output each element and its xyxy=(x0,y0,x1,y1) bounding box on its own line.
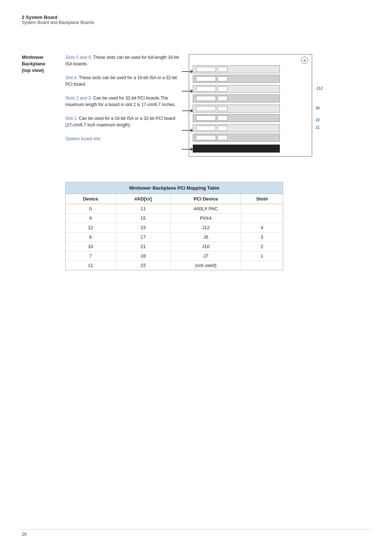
table-cell-device: 10 xyxy=(66,242,115,251)
slots-5-6-group xyxy=(193,65,308,83)
table-cell-device: 11 xyxy=(66,261,115,270)
slot-3: J6 xyxy=(193,105,308,113)
label-j1: J1 xyxy=(315,125,320,130)
slot-1a: J1 xyxy=(193,124,308,132)
desc-slot-1: Slot 1. Can be used for a 16-bit ISA or … xyxy=(65,115,181,128)
screw-icon: ⊕ xyxy=(301,57,308,64)
table-header-row: Device #AD[XX] PCI Device Slot# xyxy=(66,194,283,204)
table-cell-pci_device: 440LX PAC xyxy=(171,204,241,214)
arrow-system-board xyxy=(182,147,193,151)
arrow-slot-4 xyxy=(182,89,193,93)
table-section: Minitower Backplane PCI Mapping Table De… xyxy=(65,171,370,270)
slots-2-3-group: J6 J2 xyxy=(193,105,308,122)
link-system-board-slot: System board slot. xyxy=(65,136,101,141)
pci-mapping-table-container: Minitower Backplane PCI Mapping Table De… xyxy=(65,182,283,270)
system-board-slot xyxy=(193,145,280,153)
table-cell-device: 12 xyxy=(66,223,115,232)
desc-slots-2-3: Slots 2 and 3. Can be used for 32-bit PC… xyxy=(65,95,181,108)
section-row: Minitower Backplane (top view) Slots 5 a… xyxy=(22,54,370,157)
table-cell-pci_device: (not used) xyxy=(171,261,241,270)
table-cell-ad: 15 xyxy=(115,214,171,223)
pci-table: Device #AD[XX] PCI Device Slot# 011440LX… xyxy=(66,194,283,270)
link-slot-1: Slot 1. xyxy=(65,116,78,121)
table-row: 011440LX PAC xyxy=(66,204,283,214)
table-cell-device: 7 xyxy=(66,251,115,261)
desc-slots-5-6: Slots 5 and 6. These slots can be used f… xyxy=(65,54,181,67)
table-cell-ad: 18 xyxy=(115,251,171,261)
table-cell-ad: 11 xyxy=(115,204,171,214)
arrow-slot-1 xyxy=(182,129,193,132)
table-cell-slot: 1 xyxy=(241,251,283,261)
slot-4b xyxy=(193,94,308,102)
table-cell-pci_device: J10 xyxy=(171,242,241,251)
table-row: 415PIIX4 xyxy=(66,214,283,223)
table-title: Minitower Backplane PCI Mapping Table xyxy=(66,182,283,194)
slot-5 xyxy=(193,65,308,73)
table-row: 617J63 xyxy=(66,232,283,242)
backplane-diagram: ⊕ xyxy=(189,54,312,157)
link-slots-2-3: Slots 2 and 3. xyxy=(65,96,92,101)
page-number: 28 xyxy=(22,532,26,537)
slot-4-group: J12 xyxy=(193,85,308,102)
chapter-title: 2 System Board xyxy=(22,15,370,20)
table-cell-ad: 21 xyxy=(115,242,171,251)
desc-system-board-slot: System board slot. xyxy=(65,135,181,142)
label-j6: J6 xyxy=(315,106,320,110)
col-device: Device xyxy=(66,194,115,204)
table-cell-slot: 3 xyxy=(241,232,283,242)
label-j12: J12 xyxy=(316,86,323,90)
page-footer: 28 xyxy=(22,529,370,537)
chapter-subtitle: System Board and Backplane Boards xyxy=(22,20,370,25)
diagram-column: ⊕ xyxy=(189,54,370,157)
table-row: 1021J102 xyxy=(66,242,283,251)
table-cell-pci_device: J6 xyxy=(171,232,241,242)
table-cell-pci_device: J7 xyxy=(171,251,241,261)
slot-2: J2 xyxy=(193,114,308,122)
table-cell-slot xyxy=(241,214,283,223)
link-slot-4: Slot 4. xyxy=(65,75,78,80)
table-cell-slot: 2 xyxy=(241,242,283,251)
table-row: 1122(not used) xyxy=(66,261,283,270)
link-slots-5-6: Slots 5 and 6. xyxy=(65,55,92,60)
table-cell-device: 6 xyxy=(66,232,115,242)
table-cell-ad: 23 xyxy=(115,223,171,232)
slot-6-row xyxy=(193,75,308,83)
main-content: Minitower Backplane (top view) Slots 5 a… xyxy=(22,54,370,270)
table-cell-ad: 17 xyxy=(115,232,171,242)
col-ad: #AD[XX] xyxy=(115,194,171,204)
arrow-slots-5-6 xyxy=(182,70,193,73)
desc-slot-4: Slot 4. These slots can be used for a 16… xyxy=(65,74,181,88)
label-j2: J2 xyxy=(315,118,320,122)
section-sidebar-label: Minitower Backplane (top view) xyxy=(22,54,65,74)
page-header: 2 System Board System Board and Backplan… xyxy=(22,15,370,25)
table-cell-pci_device: PIIX4 xyxy=(171,214,241,223)
table-cell-slot: 4 xyxy=(241,223,283,232)
table-row: 1223J124 xyxy=(66,223,283,232)
slot-1b xyxy=(193,134,308,142)
col-pci-device: PCI Device xyxy=(171,194,241,204)
table-cell-device: 0 xyxy=(66,204,115,214)
table-cell-pci_device: J12 xyxy=(171,223,241,232)
table-cell-slot xyxy=(241,204,283,214)
table-cell-ad: 22 xyxy=(115,261,171,270)
system-board-slot-group xyxy=(193,145,308,153)
descriptions-column: Slots 5 and 6. These slots can be used f… xyxy=(65,54,185,142)
table-cell-slot xyxy=(241,261,283,270)
slot-4a: J12 xyxy=(193,85,308,93)
table-cell-device: 4 xyxy=(66,214,115,223)
arrow-slots-2-3 xyxy=(182,109,193,113)
col-slot: Slot# xyxy=(241,194,283,204)
slot-1-group: J1 xyxy=(193,124,308,142)
table-row: 718J71 xyxy=(66,251,283,261)
